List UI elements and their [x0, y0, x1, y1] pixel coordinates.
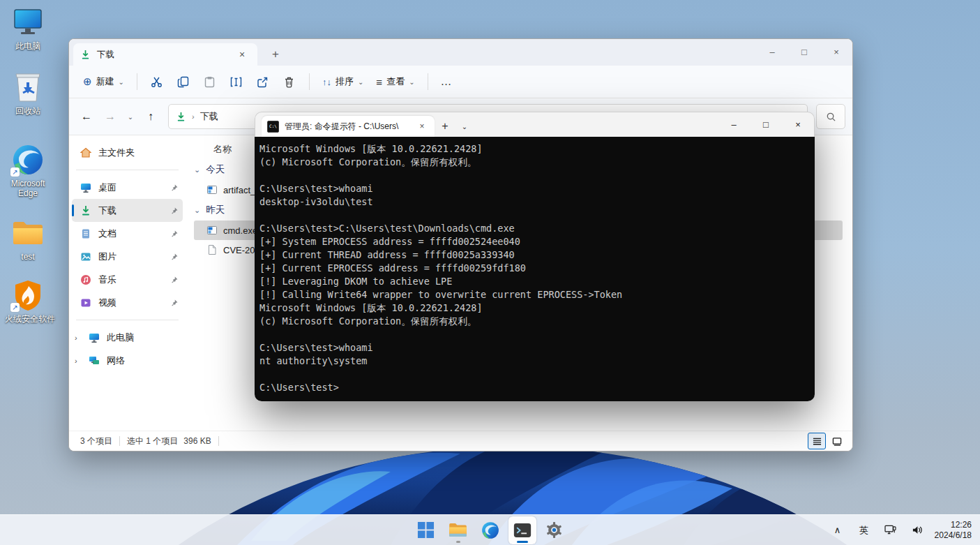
sidebar-item-pictures[interactable]: 图片 — [72, 245, 183, 268]
minimize-button[interactable]: – — [756, 39, 788, 64]
status-divider — [218, 436, 219, 446]
terminal-output[interactable]: Microsoft Windows [版本 10.0.22621.2428] (… — [255, 137, 815, 401]
explorer-new-tab-button[interactable]: + — [267, 46, 284, 63]
history-dropdown-button[interactable]: ⌄ — [123, 106, 137, 127]
icons-view-button[interactable] — [829, 433, 845, 449]
recycle-bin-icon — [5, 70, 51, 104]
tray-chevron-button[interactable]: ∧ — [826, 518, 850, 543]
clock-time: 12:26 — [935, 520, 972, 530]
start-button[interactable] — [412, 516, 440, 544]
taskbar-item-explorer[interactable] — [444, 516, 472, 544]
terminal-tab-dropdown-button[interactable]: ⌄ — [455, 116, 474, 137]
terminal-line: Microsoft Windows [版本 10.0.22621.2428] — [259, 142, 811, 156]
chevron-right-icon[interactable]: › — [75, 334, 82, 342]
taskbar-item-edge[interactable] — [476, 516, 504, 544]
pin-icon — [170, 253, 179, 261]
edge-icon — [481, 521, 499, 539]
sidebar-item-downloads[interactable]: 下载 — [72, 199, 183, 222]
share-icon — [257, 76, 269, 88]
copy-button[interactable] — [171, 70, 196, 93]
details-view-button[interactable] — [808, 433, 826, 449]
sidebar-item-home[interactable]: 主文件夹 — [72, 141, 183, 164]
active-indicator — [517, 541, 528, 543]
sidebar-item-desktop[interactable]: 桌面 — [72, 176, 183, 199]
chevron-down-icon: ⌄ — [409, 78, 414, 86]
paste-button[interactable] — [197, 70, 223, 93]
sidebar-item-documents[interactable]: 文档 — [72, 222, 183, 245]
terminal-line: [+] System EPROCESS address = ffffd00252… — [259, 235, 811, 248]
view-button[interactable]: ≡ 查看 ⌄ — [370, 71, 420, 92]
close-icon: × — [834, 47, 839, 57]
maximize-button[interactable]: □ — [788, 39, 820, 64]
network-tray-button[interactable] — [879, 518, 903, 543]
terminal-tab-close-button[interactable]: × — [415, 119, 429, 133]
desktop-icon-this-pc[interactable]: 此电脑 — [5, 6, 51, 51]
cut-button[interactable] — [144, 70, 169, 93]
terminal-icon — [513, 523, 532, 538]
file-group-label: 今天 — [206, 163, 225, 176]
taskbar-clock[interactable]: 12:26 2024/6/18 — [935, 520, 972, 541]
maximize-button[interactable]: □ — [750, 112, 782, 137]
volume-icon — [912, 525, 923, 535]
explorer-status-bar: 3 个项目 选中 1 个项目 396 KB — [69, 431, 852, 451]
taskbar-item-settings[interactable] — [541, 516, 568, 544]
explorer-window-controls: – □ × — [756, 39, 852, 64]
terminal-tab[interactable]: C:\ 管理员: 命令提示符 - C:\Users\ × — [262, 116, 435, 137]
close-button[interactable]: × — [820, 39, 852, 64]
terminal-line: [!] Calling Write64 wrapper to overwrite… — [259, 288, 811, 301]
share-button[interactable] — [250, 70, 276, 93]
document-icon — [80, 228, 91, 239]
rename-button[interactable] — [224, 70, 249, 93]
sidebar-divider — [76, 320, 179, 320]
sidebar-item-label: 网络 — [107, 354, 179, 367]
exe-file-icon — [206, 225, 218, 236]
ime-indicator[interactable]: 英 — [852, 518, 876, 543]
toolbar-divider — [428, 73, 428, 90]
network-icon — [89, 355, 100, 366]
this-pc-icon — [89, 332, 100, 343]
back-button[interactable]: ← — [76, 106, 97, 127]
sidebar-item-this-pc[interactable]: › 此电脑 — [72, 326, 183, 349]
up-button[interactable]: ↑ — [140, 106, 161, 127]
this-pc-icon — [5, 6, 51, 39]
desktop-icon-test-folder[interactable]: test — [5, 216, 51, 262]
chevron-down-icon: ⌄ — [462, 123, 467, 130]
pin-icon — [170, 299, 179, 307]
up-icon: ↑ — [148, 110, 153, 123]
sort-button[interactable]: ↑↓ 排序 ⌄ — [317, 71, 369, 92]
explorer-tab-downloads[interactable]: 下载 × — [73, 43, 257, 66]
terminal-new-tab-button[interactable]: + — [435, 116, 455, 137]
chevron-down-icon: ⌄ — [194, 206, 200, 215]
sidebar-item-videos[interactable]: 视频 — [72, 291, 183, 314]
tab-close-button[interactable]: × — [234, 46, 250, 63]
sidebar-item-music[interactable]: 音乐 — [72, 268, 183, 291]
maximize-icon: □ — [763, 119, 769, 130]
pin-icon — [170, 276, 179, 284]
search-box[interactable] — [816, 104, 845, 129]
close-button[interactable]: × — [782, 112, 814, 137]
file-name: cmd.exe — [223, 225, 257, 236]
chevron-right-icon[interactable]: › — [75, 357, 82, 365]
minimize-button[interactable]: – — [718, 112, 750, 137]
pin-icon — [170, 184, 179, 192]
selection-count: 选中 1 个项目 — [127, 435, 178, 447]
delete-button[interactable] — [277, 70, 302, 93]
terminal-line: nt authority\system — [259, 354, 811, 368]
terminal-title-bar[interactable]: C:\ 管理员: 命令提示符 - C:\Users\ × + ⌄ – □ × — [255, 112, 815, 137]
desktop-icon-edge[interactable]: ↗ Microsoft Edge — [5, 143, 51, 198]
desktop-icon-huorong[interactable]: ↗ 火绒安全软件 — [5, 278, 51, 324]
toolbar-divider — [137, 73, 137, 90]
taskbar: ∧ 英 12:26 2024/6/18 — [0, 514, 980, 545]
sidebar-item-label: 下载 — [98, 204, 163, 217]
sidebar-item-network[interactable]: › 网络 — [72, 349, 183, 372]
terminal-line: C:\Users\test>whoami — [259, 341, 811, 354]
volume-tray-button[interactable] — [905, 518, 929, 543]
terminal-line: [!] Leveraging DKOM to achieve LPE — [259, 275, 811, 288]
chevron-up-icon: ∧ — [834, 525, 841, 535]
taskbar-item-terminal[interactable] — [508, 516, 536, 544]
desktop-icon-recycle-bin[interactable]: 回收站 — [5, 70, 51, 116]
huorong-shield-icon: ↗ — [5, 278, 51, 312]
forward-button[interactable]: → — [100, 106, 121, 127]
more-button[interactable]: … — [435, 71, 458, 92]
new-button[interactable]: ⊕ 新建 ⌄ — [77, 71, 130, 92]
